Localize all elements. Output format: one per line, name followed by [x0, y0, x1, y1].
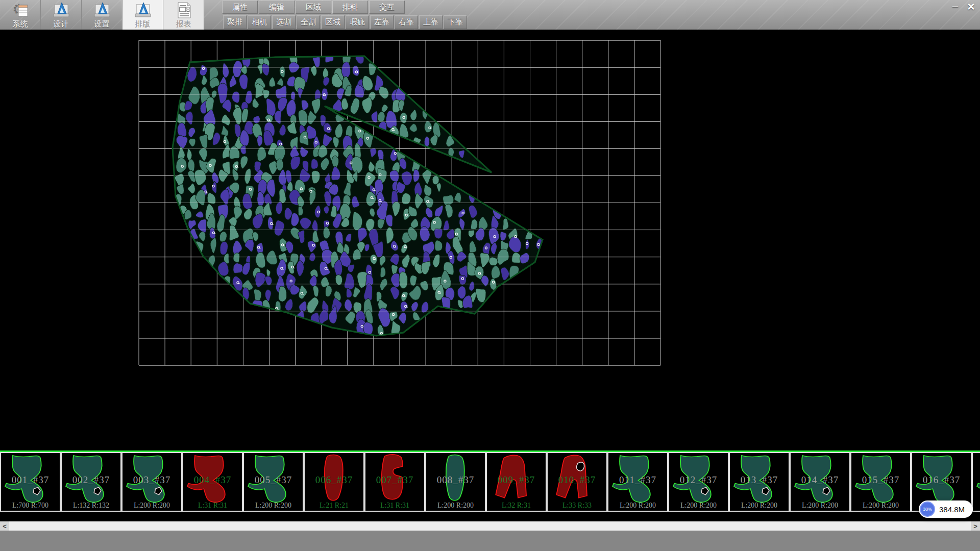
close-button[interactable]: ✕ — [964, 1, 978, 12]
tool-camera[interactable]: 相机 — [248, 15, 271, 29]
part-thumbnail[interactable] — [972, 452, 980, 512]
part-count: L:700 R:700 — [1, 502, 60, 510]
part-id: 008_#37 — [426, 474, 485, 486]
part-thumbnail[interactable]: 011_#37 L:200 R:200 — [607, 452, 668, 512]
part-thumbnail[interactable]: 005_#37 L:200 R:200 — [243, 452, 304, 512]
part-thumbnail[interactable]: 001_#37 L:700 R:700 — [0, 452, 61, 512]
tool-cluster-nest[interactable]: 聚排 — [223, 15, 247, 29]
tab-design-label: 设计 — [54, 19, 69, 29]
tab-system-label: 系统 — [13, 19, 28, 29]
tab-nesting-label: 排版 — [135, 19, 151, 29]
menu-properties[interactable]: 属性 — [222, 1, 258, 14]
setsquare-icon — [93, 1, 111, 19]
part-count: L:200 R:200 — [122, 502, 181, 510]
part-count: L:200 R:200 — [851, 502, 910, 510]
part-count: L:21 R:21 — [305, 502, 363, 510]
part-id: 016_#37 — [912, 474, 971, 486]
tool-region[interactable]: 区域 — [321, 15, 345, 29]
main-tabs: ⚙ 系统 设 — [0, 0, 204, 30]
part-id: 006_#37 — [305, 474, 363, 486]
tab-nesting-active[interactable]: 排版 — [122, 0, 163, 30]
part-id: 015_#37 — [851, 474, 910, 486]
progress-percent-badge: 38% — [920, 502, 935, 517]
window-controls: ─ ✕ — [948, 1, 978, 12]
nesting-application: ⚙ 系统 设 — [0, 0, 980, 551]
part-count: L:200 R:200 — [730, 502, 789, 510]
menu-nest[interactable]: 排料 — [332, 1, 368, 14]
part-thumbnail[interactable]: 006_#37 L:21 R:21 — [304, 452, 364, 512]
parts-strip: 001_#37 L:700 R:700 002_#37 L:132 R:132 … — [0, 450, 980, 521]
part-id: 014_#37 — [791, 474, 849, 486]
tab-report-label: 报表 — [176, 19, 191, 29]
part-count: L:31 R:31 — [183, 502, 242, 510]
report-icon — [175, 1, 193, 19]
setsquare-icon — [134, 1, 152, 19]
setsquare-icon — [52, 1, 70, 19]
part-id: 004_#37 — [183, 474, 242, 486]
part-thumbnail[interactable]: 009_#37 L:32 R:31 — [486, 452, 547, 512]
part-id: 007_#37 — [365, 474, 424, 486]
part-count: L:200 R:200 — [791, 502, 849, 510]
minimize-button[interactable]: ─ — [948, 1, 962, 12]
scrollbar-track[interactable] — [9, 521, 971, 531]
part-count: L:31 R:31 — [365, 502, 424, 510]
part-id: 001_#37 — [1, 474, 60, 486]
tool-align-left[interactable]: 左靠 — [370, 15, 394, 29]
part-count: L:200 R:200 — [426, 502, 485, 510]
part-id: 005_#37 — [244, 474, 303, 486]
gear-icon: ⚙ — [11, 1, 30, 19]
menu-edit[interactable]: 编辑 — [259, 1, 295, 14]
tool-cut-all[interactable]: 全割 — [297, 15, 320, 29]
tab-settings[interactable]: 设置 — [82, 0, 122, 30]
part-count: L:132 R:132 — [62, 502, 120, 510]
memory-usage: 384.8M — [939, 505, 965, 514]
part-thumbnail[interactable]: 007_#37 L:31 R:31 — [364, 452, 425, 512]
part-count: L:200 R:200 — [244, 502, 303, 510]
part-thumbnail[interactable]: 003_#37 L:200 R:200 — [121, 452, 182, 512]
tool-align-bottom[interactable]: 下靠 — [444, 15, 467, 29]
nesting-canvas[interactable] — [0, 30, 980, 450]
part-thumbnail[interactable]: 014_#37 L:200 R:200 — [790, 452, 850, 512]
part-thumbnail[interactable]: 013_#37 L:200 R:200 — [729, 452, 790, 512]
part-count: L:32 R:31 — [487, 502, 546, 510]
menu-row: 属性 编辑 区域 排料 交互 — [222, 1, 406, 14]
tool-defect[interactable]: 瑕疵 — [346, 15, 369, 29]
tab-design[interactable]: 设计 — [41, 0, 82, 30]
part-count: L:33 R:33 — [548, 502, 606, 510]
tool-align-right[interactable]: 右靠 — [395, 15, 418, 29]
part-id: 010_#37 — [548, 474, 606, 486]
menu-region[interactable]: 区域 — [296, 1, 331, 14]
part-thumbnail[interactable]: 015_#37 L:200 R:200 — [850, 452, 911, 512]
menu-interact[interactable]: 交互 — [369, 1, 405, 14]
part-thumbnail[interactable]: 010_#37 L:33 R:33 — [547, 452, 607, 512]
part-id: 003_#37 — [122, 474, 181, 486]
toolbar: ⚙ 系统 设 — [0, 0, 980, 30]
part-id: 013_#37 — [730, 474, 789, 486]
tool-align-top[interactable]: 上靠 — [419, 15, 443, 29]
part-id: 002_#37 — [62, 474, 120, 486]
part-thumbnail[interactable]: 002_#37 L:132 R:132 — [61, 452, 121, 512]
part-thumbnail[interactable]: 012_#37 L:200 R:200 — [668, 452, 729, 512]
horizontal-scrollbar[interactable]: < > — [0, 521, 980, 531]
part-id: 009_#37 — [487, 474, 546, 486]
progress-pill: 38% 384.8M — [919, 500, 973, 518]
tab-settings-label: 设置 — [94, 19, 110, 29]
hide-nesting-view — [0, 30, 980, 450]
tab-system[interactable]: ⚙ 系统 — [0, 0, 41, 30]
status-bar — [0, 531, 980, 551]
tab-report[interactable]: 报表 — [163, 0, 204, 30]
part-thumbnail[interactable]: 008_#37 L:200 R:200 — [425, 452, 486, 512]
part-shape — [973, 453, 980, 511]
part-id: 011_#37 — [608, 474, 667, 486]
scroll-right-button[interactable]: > — [971, 521, 980, 531]
part-id: 012_#37 — [669, 474, 728, 486]
tool-row: 聚排 相机 选割 全割 区域 瑕疵 左靠 右靠 上靠 下靠 — [223, 15, 468, 29]
part-thumbnail[interactable]: 004_#37 L:31 R:31 — [182, 452, 243, 512]
scroll-left-button[interactable]: < — [0, 521, 9, 531]
part-count: L:200 R:200 — [669, 502, 728, 510]
tool-select-cut[interactable]: 选割 — [272, 15, 296, 29]
part-count: L:200 R:200 — [608, 502, 667, 510]
